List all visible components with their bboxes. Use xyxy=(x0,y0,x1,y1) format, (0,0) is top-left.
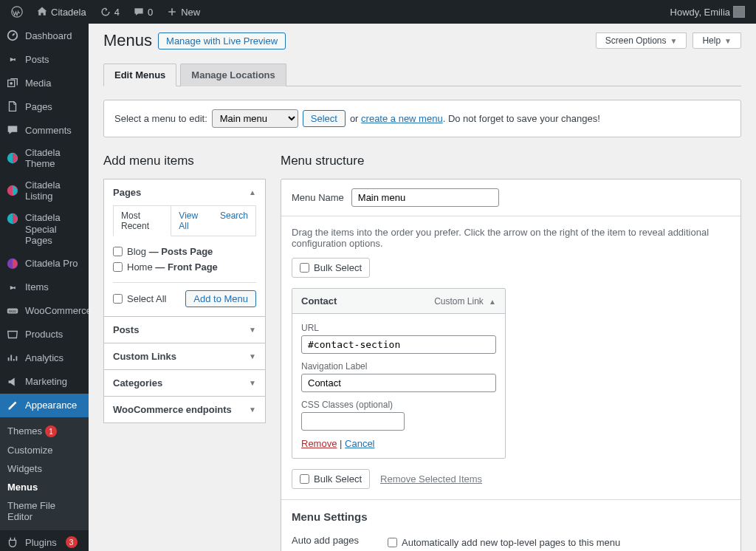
appearance-submenu: Themes1 Customize Widgets Menus Theme Fi… xyxy=(0,417,89,531)
sidebar-pages[interactable]: Pages xyxy=(0,95,89,118)
svg-point-2 xyxy=(10,82,13,85)
sidebar-citadela-pro[interactable]: Citadela Pro xyxy=(0,252,89,276)
main-content: Menus Manage with Live Preview Screen Op… xyxy=(89,24,756,551)
remove-item-link[interactable]: Remove xyxy=(301,438,337,449)
menu-select[interactable]: Main menu xyxy=(212,109,298,128)
tab-search[interactable]: Search xyxy=(213,206,255,236)
live-preview-button[interactable]: Manage with Live Preview xyxy=(158,32,286,49)
howdy-account[interactable]: Howdy, Emilia xyxy=(665,0,750,24)
sidebar-appearance[interactable]: Appearance xyxy=(0,394,89,417)
page-item[interactable]: Home — Front Page xyxy=(113,259,256,275)
accordion-custom-links[interactable]: Custom Links▼ xyxy=(104,343,265,369)
plus-icon xyxy=(166,6,178,18)
create-menu-link[interactable]: create a new menu xyxy=(361,113,443,124)
accordion-pages: Pages▲ Most Recent View All Search Blog … xyxy=(103,179,266,317)
nav-tabs: Edit Menus Manage Locations xyxy=(103,64,741,86)
home-icon xyxy=(36,6,48,18)
media-icon xyxy=(6,76,19,89)
marketing-icon xyxy=(6,375,19,389)
select-button[interactable]: Select xyxy=(303,110,346,127)
comment-icon xyxy=(6,123,19,137)
citadela-icon xyxy=(6,212,19,225)
menu-name-input[interactable] xyxy=(351,188,499,207)
admin-sidebar: Dashboard Posts Media Pages Comments Cit… xyxy=(0,24,89,551)
menu-item-header[interactable]: Contact Custom Link ▲ xyxy=(292,289,505,314)
or-text: or create a new menu. Do not forget to s… xyxy=(350,113,600,124)
submenu-theme-editor[interactable]: Theme File Editor xyxy=(0,496,89,526)
menu-item-contact: Contact Custom Link ▲ URL Navigation Lab… xyxy=(292,288,506,459)
wordpress-icon xyxy=(11,6,23,18)
admin-bar: Citadela 4 0 New Howdy, Emilia xyxy=(0,0,756,24)
sidebar-products[interactable]: Products xyxy=(0,323,89,346)
wp-logo[interactable] xyxy=(6,0,28,24)
sidebar-dashboard[interactable]: Dashboard xyxy=(0,24,89,47)
auto-add-check[interactable]: Automatically add new top-level pages to… xyxy=(388,535,730,550)
select-label: Select a menu to edit: xyxy=(114,113,207,124)
pin-icon xyxy=(6,281,19,294)
page-title: Menus xyxy=(103,31,152,50)
submenu-widgets[interactable]: Widgets xyxy=(0,459,89,478)
sidebar-posts[interactable]: Posts xyxy=(0,47,89,71)
tab-view-all[interactable]: View All xyxy=(171,206,213,236)
sidebar-marketing[interactable]: Marketing xyxy=(0,370,89,394)
citadela-icon xyxy=(6,184,19,197)
pin-icon xyxy=(6,52,19,66)
tab-most-recent[interactable]: Most Recent xyxy=(113,205,171,236)
tab-edit-menus[interactable]: Edit Menus xyxy=(103,64,176,86)
select-all[interactable]: Select All xyxy=(113,291,166,307)
screen-options-button[interactable]: Screen Options▼ xyxy=(596,32,687,49)
sidebar-media[interactable]: Media xyxy=(0,71,89,95)
sidebar-citadela-theme[interactable]: Citadela Theme xyxy=(0,142,89,174)
add-to-menu-button[interactable]: Add to Menu xyxy=(185,290,256,307)
submenu-customize[interactable]: Customize xyxy=(0,441,89,459)
comment-icon xyxy=(133,6,145,18)
sidebar-comments[interactable]: Comments xyxy=(0,118,89,142)
add-items-heading: Add menu items xyxy=(103,154,266,168)
accordion-woo[interactable]: WooCommerce endpoints▼ xyxy=(104,397,265,422)
tab-manage-locations[interactable]: Manage Locations xyxy=(180,64,286,86)
submenu-themes[interactable]: Themes1 xyxy=(0,422,89,442)
citadela-icon xyxy=(6,151,19,165)
site-name[interactable]: Citadela xyxy=(31,0,92,24)
caret-up-icon: ▲ xyxy=(249,188,256,196)
caret-down-icon: ▼ xyxy=(670,37,678,45)
menu-name-label: Menu Name xyxy=(292,192,344,203)
sidebar-citadela-listing[interactable]: Citadela Listing xyxy=(0,174,89,207)
nav-label-input[interactable] xyxy=(301,374,496,392)
menu-settings-heading: Menu Settings xyxy=(292,510,730,523)
updates[interactable]: 4 xyxy=(94,0,125,24)
caret-up-icon: ▲ xyxy=(489,298,496,306)
comments[interactable]: 0 xyxy=(128,0,158,24)
caret-down-icon: ▼ xyxy=(249,405,256,414)
page-item[interactable]: Blog — Posts Page xyxy=(113,244,256,259)
nav-label: Navigation Label xyxy=(301,361,496,372)
help-button[interactable]: Help▼ xyxy=(693,32,741,49)
sidebar-woocommerce[interactable]: wooWooCommerce xyxy=(0,299,89,323)
update-icon xyxy=(100,6,111,18)
menu-select-bar: Select a menu to edit: Main menu Select … xyxy=(103,100,741,137)
css-input[interactable] xyxy=(301,412,405,431)
page-checkbox[interactable] xyxy=(113,262,123,272)
cancel-link[interactable]: Cancel xyxy=(345,438,374,449)
analytics-icon xyxy=(6,352,19,365)
sidebar-citadela-special[interactable]: Citadela Special Pages xyxy=(0,207,89,252)
citadela-icon xyxy=(6,257,19,270)
accordion-posts[interactable]: Posts▼ xyxy=(104,317,265,343)
products-icon xyxy=(6,328,19,341)
bulk-select-bottom[interactable]: Bulk Select xyxy=(292,469,370,489)
submenu-menus[interactable]: Menus xyxy=(0,478,89,496)
accordion-pages-head[interactable]: Pages▲ xyxy=(104,179,265,205)
url-label: URL xyxy=(301,323,496,333)
sidebar-analytics[interactable]: Analytics xyxy=(0,346,89,370)
plugins-icon xyxy=(6,535,19,549)
bulk-select-top[interactable]: Bulk Select xyxy=(292,258,370,278)
accordion-categories[interactable]: Categories▼ xyxy=(104,370,265,396)
url-input[interactable] xyxy=(301,335,496,354)
page-checkbox[interactable] xyxy=(113,247,123,256)
remove-selected-link[interactable]: Remove Selected Items xyxy=(380,473,482,485)
new-content[interactable]: New xyxy=(161,0,205,24)
sidebar-items[interactable]: Items xyxy=(0,276,89,299)
drag-hint: Drag the items into the order you prefer… xyxy=(292,227,730,249)
appearance-icon xyxy=(6,399,19,412)
sidebar-plugins[interactable]: Plugins3 xyxy=(0,530,89,551)
